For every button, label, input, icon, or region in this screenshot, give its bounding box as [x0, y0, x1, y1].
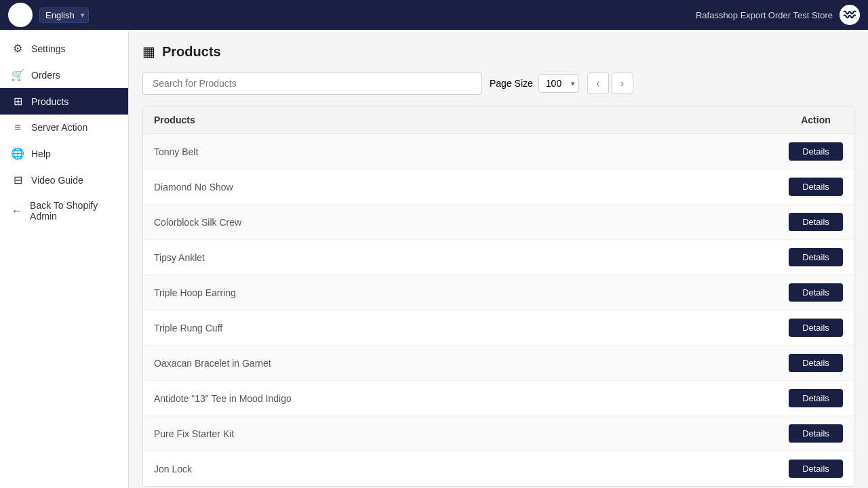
product-name: Diamond No Show	[154, 182, 789, 192]
server-icon: ≡	[11, 121, 24, 134]
details-button[interactable]: Details	[789, 142, 843, 161]
col-products-header: Products	[154, 115, 789, 125]
sidebar-item-back-label: Back To Shopify Admin	[30, 200, 117, 222]
language-select[interactable]: English	[39, 7, 89, 23]
table-row: Colorblock Silk Crew Details	[143, 205, 854, 240]
sidebar-item-help[interactable]: 🌐 Help	[0, 140, 128, 167]
product-name: Jon Lock	[154, 464, 789, 474]
page-size-label: Page Size	[490, 78, 533, 89]
sidebar-item-orders[interactable]: 🛒 Orders	[0, 62, 128, 88]
details-button[interactable]: Details	[789, 424, 843, 443]
topnav-right: Rafasshop Export Order Test Store	[696, 5, 860, 25]
product-name: Tonny Belt	[154, 146, 789, 157]
details-button[interactable]: Details	[789, 319, 843, 337]
prev-page-button[interactable]: ‹	[587, 73, 609, 94]
gear-icon: ⚙	[11, 42, 24, 55]
page-title: Products	[162, 44, 221, 60]
page-size-select[interactable]: 10 25 50 100 250	[538, 74, 579, 93]
topnav-left: English	[8, 3, 89, 27]
language-selector[interactable]: English	[39, 7, 89, 23]
next-page-button[interactable]: ›	[612, 73, 633, 94]
table-row: Jon Lock Details	[143, 451, 854, 486]
details-button[interactable]: Details	[789, 389, 843, 407]
table-row: Antidote "13" Tee in Mood Indigo Details	[143, 381, 854, 416]
details-button[interactable]: Details	[789, 460, 843, 478]
product-name: Pure Fix Starter Kit	[154, 428, 789, 439]
video-icon: ⊟	[11, 174, 24, 186]
cart-icon: 🛒	[11, 68, 24, 81]
sidebar-item-video-guide-label: Video Guide	[31, 175, 83, 186]
product-name: Colorblock Silk Crew	[154, 217, 789, 228]
sidebar-item-server-action[interactable]: ≡ Server Action	[0, 115, 128, 140]
sidebar-item-help-label: Help	[31, 148, 51, 159]
sidebar-item-back-to-shopify[interactable]: ← Back To Shopify Admin	[0, 193, 128, 228]
col-action-header: Action	[789, 115, 843, 125]
logo-icon	[8, 3, 33, 27]
products-page-icon: ▦	[142, 43, 155, 60]
globe-icon: 🌐	[11, 147, 24, 160]
sidebar-item-settings-label: Settings	[31, 43, 66, 54]
page-header: ▦ Products	[142, 43, 854, 60]
sidebar-item-settings[interactable]: ⚙ Settings	[0, 35, 128, 62]
details-button[interactable]: Details	[789, 248, 843, 266]
product-name: Tipsy Anklet	[154, 252, 789, 263]
sidebar: ⚙ Settings 🛒 Orders ⊞ Products ≡ Server …	[0, 30, 129, 488]
topnav-logo-right	[840, 5, 860, 25]
products-table: Products Action Tonny Belt Details Diamo…	[142, 106, 854, 487]
details-button[interactable]: Details	[789, 283, 843, 302]
pagination: ‹ ›	[587, 73, 633, 94]
table-row: Oaxacan Bracelet in Garnet Details	[143, 346, 854, 381]
table-body: Tonny Belt Details Diamond No Show Detai…	[143, 134, 854, 486]
sidebar-item-products-label: Products	[31, 96, 68, 107]
product-name: Oaxacan Bracelet in Garnet	[154, 358, 789, 369]
toolbar: Page Size 10 25 50 100 250 ‹ ›	[142, 72, 854, 95]
layout: ⚙ Settings 🛒 Orders ⊞ Products ≡ Server …	[0, 30, 868, 488]
topnav: English Rafasshop Export Order Test Stor…	[0, 0, 868, 30]
details-button[interactable]: Details	[789, 354, 843, 372]
table-row: Triple Rung Cuff Details	[143, 310, 854, 346]
main-content: ▦ Products Page Size 10 25 50 100 250	[129, 30, 868, 488]
table-row: Tipsy Anklet Details	[143, 240, 854, 275]
details-button[interactable]: Details	[789, 213, 843, 231]
grid-icon: ⊞	[11, 95, 24, 108]
details-button[interactable]: Details	[789, 178, 843, 196]
sidebar-item-orders-label: Orders	[31, 70, 60, 81]
product-name: Triple Hoop Earring	[154, 287, 789, 298]
sidebar-item-server-action-label: Server Action	[31, 122, 87, 133]
sidebar-item-products[interactable]: ⊞ Products	[0, 88, 128, 115]
table-row: Diamond No Show Details	[143, 169, 854, 205]
table-row: Triple Hoop Earring Details	[143, 275, 854, 310]
store-name: Rafasshop Export Order Test Store	[696, 10, 833, 20]
product-name: Antidote "13" Tee in Mood Indigo	[154, 393, 789, 404]
page-size-wrapper: Page Size 10 25 50 100 250	[490, 74, 579, 93]
search-input[interactable]	[142, 72, 481, 95]
table-row: Tonny Belt Details	[143, 134, 854, 169]
product-name: Triple Rung Cuff	[154, 323, 789, 333]
table-row: Pure Fix Starter Kit Details	[143, 416, 854, 451]
page-size-select-wrapper: 10 25 50 100 250	[538, 74, 579, 93]
back-arrow-icon: ←	[11, 205, 23, 217]
table-header: Products Action	[143, 106, 854, 134]
sidebar-item-video-guide[interactable]: ⊟ Video Guide	[0, 167, 128, 193]
